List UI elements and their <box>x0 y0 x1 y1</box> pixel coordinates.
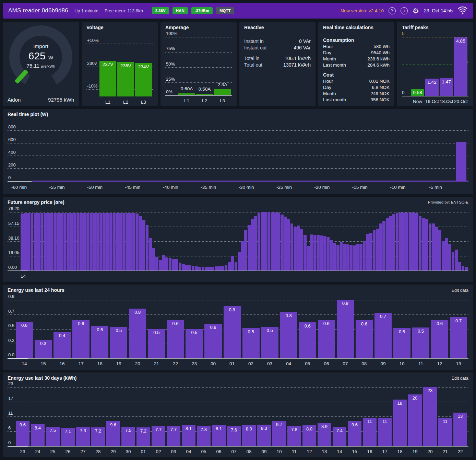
settings-gear-icon[interactable]: ⚙ <box>413 7 419 14</box>
reactive-row: Instant out496 VAr <box>244 45 311 51</box>
last24-value-label: 0.5 <box>110 328 127 333</box>
price-bar <box>21 214 24 271</box>
last24-edit-data-link[interactable]: Edit data <box>452 288 468 293</box>
price-bar <box>126 213 129 271</box>
panel-power-gauge: Import 625 W 75.11 øre/kWh Aidon 92795 k… <box>3 22 79 106</box>
y-tick-label: 0.5 <box>8 323 14 328</box>
y-tick-label: 57.15 <box>8 221 20 226</box>
last24-bar-10: 0.510 <box>393 328 410 358</box>
price-bar <box>198 267 201 271</box>
last30-value-label: 8.3 <box>257 426 271 431</box>
price-bar <box>396 213 399 271</box>
price-bar <box>320 235 323 271</box>
last30-axis-tick <box>8 446 28 447</box>
realtime-x-label: -15 min <box>352 185 368 190</box>
last30-x-label: 15 <box>348 449 361 454</box>
price-bar <box>159 260 162 271</box>
help-icon[interactable]: ? <box>389 7 396 14</box>
price-bar <box>465 267 468 271</box>
amperage-bar-L2 <box>196 94 213 95</box>
last24-x-label: 05 <box>299 361 316 366</box>
last30-bar-06: 8.106 <box>212 425 226 446</box>
gridline <box>8 168 468 169</box>
last24-x-label: 01 <box>224 361 241 366</box>
last24-value-label: 0.5 <box>186 330 203 335</box>
meter-brand-label: Aidon <box>8 97 21 103</box>
info-icon[interactable]: i <box>401 7 408 14</box>
price-bar <box>429 223 432 271</box>
last30-bar-07: 7.607 <box>227 426 241 446</box>
last30-x-label: 12 <box>302 449 316 454</box>
last30-value-label: 7.5 <box>46 428 60 433</box>
last30-x-label: 18 <box>393 449 407 454</box>
price-bar <box>116 213 119 271</box>
panel-amperage: Amperage 100%75%50%25%0%0.60AL10.50AL22.… <box>160 22 237 106</box>
y-tick-label: 11 <box>8 411 13 416</box>
new-version-link[interactable]: New version: v2.4.10 <box>341 8 384 13</box>
price-number: 75.11 <box>26 63 39 69</box>
calc-row: Month249 NOK <box>323 91 390 97</box>
price-bar <box>63 213 67 271</box>
panel-calculations: Real time calculations ConsumptionHour58… <box>318 22 394 106</box>
app-header: AMS reader 0d6b9d86 Up 1 minute Free mem… <box>3 3 473 19</box>
realtime-x-label: -35 min <box>201 185 216 190</box>
last30-x-label: 01 <box>136 449 150 454</box>
calc-label: Day <box>323 50 331 56</box>
panel-last30: Energy use last 30 days (kWh) Edit data … <box>3 372 473 457</box>
last24-bar-17: 0.617 <box>72 320 90 358</box>
gauge-footer: Aidon 92795 kWh <box>8 97 74 103</box>
calculations-title: Real time calculations <box>323 25 373 30</box>
price-bar <box>99 213 103 271</box>
y-tick-label: 76.20 <box>8 206 20 211</box>
y-tick-label: 6 <box>8 425 11 430</box>
calc-value: 284.6 kWh <box>367 62 390 68</box>
last30-bar-18: 1818 <box>393 400 407 446</box>
price-bar <box>244 230 247 271</box>
price-bar <box>330 240 333 271</box>
last30-value-label: 8.4 <box>31 425 45 430</box>
voltage-bars: 237VL1236VL2234VL3 <box>99 39 152 96</box>
last30-x-label: 27 <box>76 449 90 454</box>
price-bar <box>211 267 214 271</box>
reactive-value: 496 VAr <box>294 45 311 51</box>
price-bar <box>57 213 60 271</box>
last24-x-label: 17 <box>72 361 90 366</box>
last24-value-label: 0.5 <box>412 329 429 334</box>
last24-x-label: 21 <box>148 361 165 366</box>
last30-edit-data-link[interactable]: Edit data <box>452 376 468 381</box>
price-bar <box>425 219 428 271</box>
reactive-group: Instant in0 VArInstant out496 VAr <box>244 38 311 51</box>
price-bar <box>297 226 300 271</box>
price-bar <box>34 213 37 271</box>
last24-x-label: 12 <box>431 361 448 366</box>
last30-value-label: 7.7 <box>167 427 180 432</box>
price-bar <box>346 244 349 271</box>
realtime-chart: 8006004002000-60 min-55 min-50 min-45 mi… <box>8 130 468 181</box>
last24-title: Energy use last 24 hours <box>8 287 64 293</box>
last24-value-label: 0.5 <box>148 330 165 335</box>
realtime-x-label: -30 min <box>239 185 254 190</box>
price-unit: øre/kWh <box>41 64 55 68</box>
last30-bar-04: 8.104 <box>182 425 195 446</box>
last30-bar-17: 1117 <box>378 418 392 446</box>
realtime-axis-tick <box>8 181 32 182</box>
last24-value-label: 0.5 <box>393 329 410 334</box>
last30-chart: 231711609.6238.4247.5257.1267.3277.2289.… <box>8 387 468 447</box>
last30-x-label: 09 <box>257 449 271 454</box>
power-unit: W <box>48 55 53 60</box>
y-tick-label: 0.7 <box>8 309 14 314</box>
price-bar <box>405 212 408 271</box>
calc-row: Last month356 NOK <box>323 97 390 103</box>
amperage-bars: 0.60AL10.50AL22.3AL3 <box>178 34 231 95</box>
amperage-value-label: 0.60A <box>178 86 195 91</box>
calc-label: Month <box>323 56 336 62</box>
calc-row: Last month284.6 kWh <box>323 62 390 68</box>
last30-value-label: 7.5 <box>121 428 135 433</box>
last30-bar-19: 2019 <box>408 394 422 446</box>
last30-value-label: 23 <box>423 388 437 393</box>
last30-x-label: 13 <box>318 449 331 454</box>
price-bar <box>267 212 271 271</box>
price-bar <box>366 234 369 271</box>
last24-bar-13: 0.713 <box>450 317 467 358</box>
price-bar <box>363 241 366 271</box>
